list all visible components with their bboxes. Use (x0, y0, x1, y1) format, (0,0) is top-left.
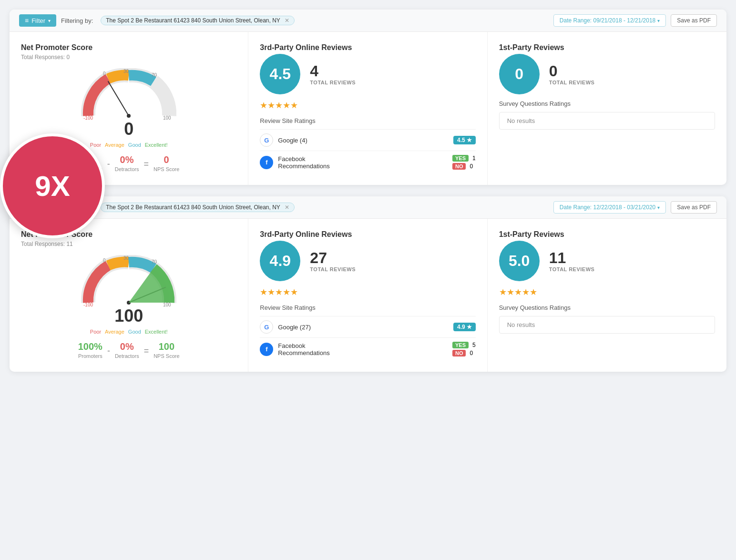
fb-icon-2: f (260, 343, 273, 356)
google-badge-1: 4.5 ★ (453, 136, 476, 144)
gauge-svg-1: -100 0 30 70 100 (81, 68, 176, 123)
reviews-1p-panel-2: 1st-Party Reviews 5.0 11 TOTAL REVIEWS ★… (488, 219, 726, 372)
score-circle-1p-2: 5.0 (499, 241, 540, 281)
score-row-1: 4.5 4 TOTAL REVIEWS (260, 54, 475, 94)
fb-yes-row-2: YES 5 (452, 342, 476, 348)
overlay-label: 9X (35, 170, 70, 203)
reviews-3p-panel-1: 3rd-Party Online Reviews 4.5 4 TOTAL REV… (248, 32, 487, 185)
promoters-stat-2: 100% Promoters (78, 341, 102, 359)
fb-no-row-1: NO 0 (452, 163, 476, 170)
survey-title-1: Survey Questions Ratings (499, 100, 715, 107)
gauge-value-1: 0 (124, 119, 133, 139)
fb-name-text-1: FacebookRecommendations (278, 155, 329, 170)
svg-text:70: 70 (152, 72, 157, 78)
stars-3p-2: ★★★★★ (260, 287, 475, 297)
panels-row-2: Net Promoter Score Total Responses: 11 -… (10, 219, 726, 372)
no-results-2: No results (499, 316, 715, 334)
toolbar-1: Filter Filtering by: The Spot 2 Be Resta… (10, 10, 726, 32)
svg-text:30: 30 (123, 69, 129, 74)
gauge-2: -100 0 30 70 100 100 Poor Average Good (21, 255, 236, 335)
nps-panel-2: Net Promoter Score Total Responses: 11 -… (10, 219, 248, 372)
svg-text:70: 70 (152, 259, 157, 265)
stars-1p-2: ★★★★★ (499, 287, 715, 297)
nps-subtitle-1: Total Responses: 0 (21, 54, 236, 61)
star-icon-g1: ★ (467, 137, 472, 143)
save-pdf-button-2[interactable]: Save as PDF (671, 201, 717, 214)
svg-text:100: 100 (163, 115, 171, 121)
svg-point-6 (127, 114, 131, 118)
fb-icon-1: f (260, 156, 273, 169)
detractors-stat-2: 0% Detractors (115, 341, 139, 359)
fb-name-text-2: FacebookRecommendations (278, 342, 329, 356)
reviews-3p-title-1: 3rd-Party Online Reviews (260, 43, 475, 52)
reviews-3p-title-2: 3rd-Party Online Reviews (260, 230, 475, 239)
stars-3p-1: ★★★★★ (260, 100, 475, 111)
svg-text:-100: -100 (83, 115, 93, 121)
score-row-3p-2: 4.9 27 TOTAL REVIEWS (260, 241, 475, 281)
score-stat-2: 100 NPS Score (153, 341, 179, 359)
fb-rating-2: f FacebookRecommendations YES 5 NO 0 (260, 337, 475, 360)
gauge-value-2: 100 (114, 306, 143, 326)
filter-close-2[interactable]: ✕ (285, 204, 289, 211)
svg-text:30: 30 (123, 255, 129, 261)
gauge-svg-2: -100 0 30 70 100 (81, 255, 176, 310)
panels-row-1: Net Promoter Score Total Responses: 0 (10, 32, 726, 185)
score-info-1: 4 TOTAL REVIEWS (310, 63, 356, 85)
section-1: Filter Filtering by: The Spot 2 Be Resta… (10, 10, 726, 185)
fb-name-1: FacebookRecommendations (278, 155, 448, 170)
date-range-button-2[interactable]: Date Range: 12/22/2018 - 03/21/2020 (553, 201, 666, 214)
filter-tag-1: The Spot 2 Be Restaurant 61423 840 South… (101, 16, 295, 25)
score-circle-1p-1: 0 (499, 54, 540, 94)
save-pdf-button-1[interactable]: Save as PDF (671, 14, 717, 27)
svg-text:0: 0 (103, 258, 106, 263)
filter-button-1[interactable]: Filter (19, 14, 56, 27)
nps-subtitle-2: Total Responses: 11 (21, 241, 236, 247)
reviews-1p-title-1: 1st-Party Reviews (499, 43, 715, 52)
nps-stats-2: 100% Promoters - 0% Detractors = 100 NPS… (21, 341, 236, 359)
eq-2: = (144, 346, 149, 356)
fb-rating-1: f FacebookRecommendations YES 1 NO 0 (260, 151, 475, 173)
svg-text:100: 100 (163, 302, 171, 307)
score-row-1p-1: 0 0 TOTAL REVIEWS (499, 54, 715, 94)
date-range-button-1[interactable]: Date Range: 09/21/2018 - 12/21/2018 (553, 14, 666, 27)
toolbar-right-1: Date Range: 09/21/2018 - 12/21/2018 Save… (553, 14, 717, 27)
score-stat-1: 0 NPS Score (153, 154, 179, 172)
no-results-1: No results (499, 112, 715, 130)
fb-name-2: FacebookRecommendations (278, 342, 448, 356)
nps-title-1: Net Promoter Score (21, 43, 236, 52)
score-info-1p-2: 11 TOTAL REVIEWS (549, 250, 595, 272)
filter-close-1[interactable]: ✕ (285, 17, 289, 24)
toolbar-2: Filter Filtering by: The Spot 2 Be Resta… (10, 196, 726, 219)
overlay-circle: 9X (0, 133, 105, 238)
dash-1: - (107, 159, 110, 169)
svg-text:-100: -100 (83, 302, 93, 307)
score-row-1p-2: 5.0 11 TOTAL REVIEWS (499, 241, 715, 281)
google-icon-1: G (260, 133, 273, 147)
google-badge-2: 4.9 ★ (453, 323, 476, 331)
section-2: Filter Filtering by: The Spot 2 Be Resta… (10, 196, 726, 372)
google-rating-2: G Google (27) 4.9 ★ (260, 316, 475, 337)
svg-text:0: 0 (103, 71, 106, 76)
fb-no-row-2: NO 0 (452, 350, 476, 356)
filter-tag-2: The Spot 2 Be Restaurant 61423 840 South… (101, 203, 295, 212)
ratings-label-2: Review Site Ratings (260, 304, 475, 311)
score-circle-3p-2: 4.9 (260, 241, 300, 281)
svg-line-5 (108, 81, 129, 116)
survey-title-2: Survey Questions Ratings (499, 304, 715, 311)
fb-yes-row-1: YES 1 (452, 155, 476, 162)
star-icon-g2: ★ (467, 324, 472, 330)
detractors-stat-1: 0% Detractors (115, 154, 139, 172)
gauge-labels-1: Poor Average Good Excellent! (90, 142, 168, 148)
reviews-3p-panel-2: 3rd-Party Online Reviews 4.9 27 TOTAL RE… (248, 219, 487, 372)
reviews-1p-title-2: 1st-Party Reviews (499, 230, 715, 239)
reviews-1p-panel-1: 1st-Party Reviews 0 0 TOTAL REVIEWS Surv… (488, 32, 726, 185)
fb-votes-2: YES 5 NO 0 (452, 342, 476, 356)
score-circle-1: 4.5 (260, 54, 300, 94)
ratings-label-1: Review Site Ratings (260, 117, 475, 124)
fb-votes-1: YES 1 NO 0 (452, 155, 476, 170)
dash-2: - (107, 346, 110, 356)
toolbar-right-2: Date Range: 12/22/2018 - 03/21/2020 Save… (553, 201, 717, 214)
gauge-labels-2: Poor Average Good Excellent! (90, 329, 168, 335)
google-icon-2: G (260, 320, 273, 334)
google-name-1: Google (4) (278, 137, 449, 144)
